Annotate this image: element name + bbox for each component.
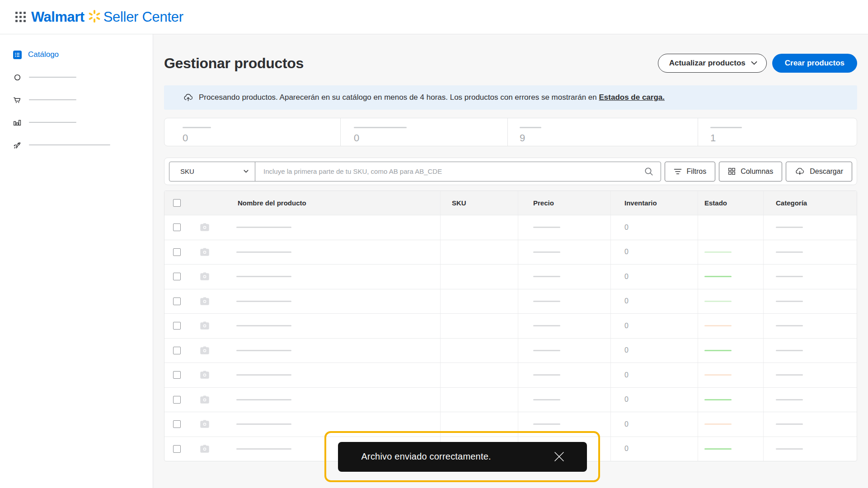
row-cell-inventario: 0 xyxy=(610,314,698,338)
row-cell-name xyxy=(164,289,440,314)
status-skeleton-line xyxy=(704,276,732,277)
sidebar-skeleton-line xyxy=(29,122,76,123)
sidebar-skeleton-line xyxy=(29,99,76,100)
toast-focus-ring: Archivo enviado correctamente. xyxy=(324,431,600,482)
row-cell-sku xyxy=(440,240,518,265)
top-app-bar: Walmart Seller Center xyxy=(0,0,868,34)
filters-button[interactable]: Filtros xyxy=(665,162,716,181)
row-cell-estado xyxy=(698,412,763,437)
row-cell-name xyxy=(164,363,440,387)
status-skeleton-line xyxy=(704,399,732,400)
table-row: 0 xyxy=(164,264,857,289)
row-checkbox[interactable] xyxy=(173,396,181,404)
row-cell-estado xyxy=(698,240,763,265)
walmart-spark-icon xyxy=(88,9,101,25)
row-cell-sku xyxy=(440,215,518,240)
row-checkbox[interactable] xyxy=(173,297,181,305)
search-submit-button[interactable] xyxy=(641,166,661,177)
header-cell-estado: Estado xyxy=(698,191,763,215)
category-skeleton-line xyxy=(776,251,803,253)
table-row: 0 xyxy=(164,289,857,314)
search-filter-select[interactable]: SKU xyxy=(169,162,255,181)
row-cell-inventario: 0 xyxy=(610,240,698,265)
status-skeleton-line xyxy=(704,448,732,450)
sidebar-item-skeleton-3[interactable] xyxy=(0,111,153,134)
status-skeleton-line xyxy=(704,374,732,376)
row-cell-inventario: 0 xyxy=(610,289,698,314)
stat-value: 0 xyxy=(354,133,507,143)
category-skeleton-line xyxy=(776,301,803,302)
select-all-checkbox[interactable] xyxy=(173,199,181,207)
cloud-upload-icon xyxy=(183,93,193,103)
category-skeleton-line xyxy=(776,350,803,351)
camera-placeholder-icon xyxy=(199,272,210,281)
app-grid-icon[interactable] xyxy=(15,12,26,22)
camera-placeholder-icon xyxy=(199,370,210,380)
search-input[interactable] xyxy=(255,162,641,181)
download-button[interactable]: Descargar xyxy=(786,162,852,181)
row-checkbox[interactable] xyxy=(173,322,181,330)
filter-lines-icon xyxy=(674,168,682,175)
stat-value: 0 xyxy=(183,133,340,143)
sidebar: Catálogo xyxy=(0,34,153,488)
sidebar-item-skeleton-1[interactable] xyxy=(0,66,153,88)
table-row: 0 xyxy=(164,363,857,387)
name-skeleton-line xyxy=(236,251,291,253)
page-title: Gestionar productos xyxy=(164,55,304,72)
row-checkbox[interactable] xyxy=(173,371,181,379)
row-checkbox[interactable] xyxy=(173,223,181,231)
sidebar-item-catalogo[interactable]: Catálogo xyxy=(0,43,153,66)
row-cell-inventario: 0 xyxy=(610,437,698,461)
category-skeleton-line xyxy=(776,423,803,425)
columns-button[interactable]: Columnas xyxy=(719,162,782,181)
row-checkbox[interactable] xyxy=(173,420,181,428)
header-cell-sku: SKU xyxy=(440,191,518,215)
camera-placeholder-icon xyxy=(199,321,210,330)
row-cell-inventario: 0 xyxy=(610,388,698,412)
row-cell-categoria xyxy=(763,437,857,461)
walmart-seller-center-logo[interactable]: Walmart Seller Center xyxy=(31,9,183,25)
update-products-button[interactable]: Actualizar productos xyxy=(658,54,767,73)
name-skeleton-line xyxy=(236,350,291,351)
sidebar-item-skeleton-2[interactable] xyxy=(0,88,153,111)
price-skeleton-line xyxy=(533,251,560,253)
sidebar-item-skeleton-4[interactable] xyxy=(0,134,153,156)
row-cell-name xyxy=(164,388,440,412)
row-cell-categoria xyxy=(763,314,857,338)
main-content: Gestionar productos Actualizar productos… xyxy=(153,34,868,488)
inventory-value: 0 xyxy=(624,395,629,404)
row-checkbox[interactable] xyxy=(173,273,181,280)
row-cell-precio xyxy=(518,314,610,338)
category-skeleton-line xyxy=(776,374,803,376)
row-cell-estado xyxy=(698,437,763,461)
inventory-value: 0 xyxy=(624,445,629,453)
row-checkbox[interactable] xyxy=(173,248,181,256)
header-cell-inventario: Inventario xyxy=(610,191,698,215)
toast-close-button[interactable] xyxy=(551,449,567,465)
inventory-value: 0 xyxy=(624,223,629,232)
row-cell-precio xyxy=(518,265,610,289)
stats-cards: 0 0 9 1 xyxy=(164,118,857,146)
table-header-row: Nombre del producto SKU Precio Inventari… xyxy=(164,191,857,215)
search-icon xyxy=(643,166,654,177)
camera-placeholder-icon xyxy=(199,297,210,306)
category-skeleton-line xyxy=(776,227,803,228)
cloud-download-icon xyxy=(795,167,805,177)
catalog-list-icon xyxy=(12,51,22,59)
card-skeleton-line xyxy=(354,127,407,128)
camera-placeholder-icon xyxy=(199,395,210,404)
name-skeleton-line xyxy=(236,423,291,425)
create-products-button[interactable]: Crear productos xyxy=(772,54,857,73)
row-cell-inventario: 0 xyxy=(610,412,698,437)
row-cell-categoria xyxy=(763,339,857,363)
row-cell-name xyxy=(164,215,440,240)
success-toast: Archivo enviado correctamente. xyxy=(338,442,587,472)
row-checkbox[interactable] xyxy=(173,347,181,354)
upload-status-link[interactable]: Estados de carga. xyxy=(599,93,665,102)
category-skeleton-line xyxy=(776,448,803,450)
row-cell-precio xyxy=(518,363,610,387)
row-checkbox[interactable] xyxy=(173,445,181,453)
status-skeleton-line xyxy=(704,423,732,425)
name-skeleton-line xyxy=(236,276,291,277)
chevron-down-icon xyxy=(751,61,757,65)
